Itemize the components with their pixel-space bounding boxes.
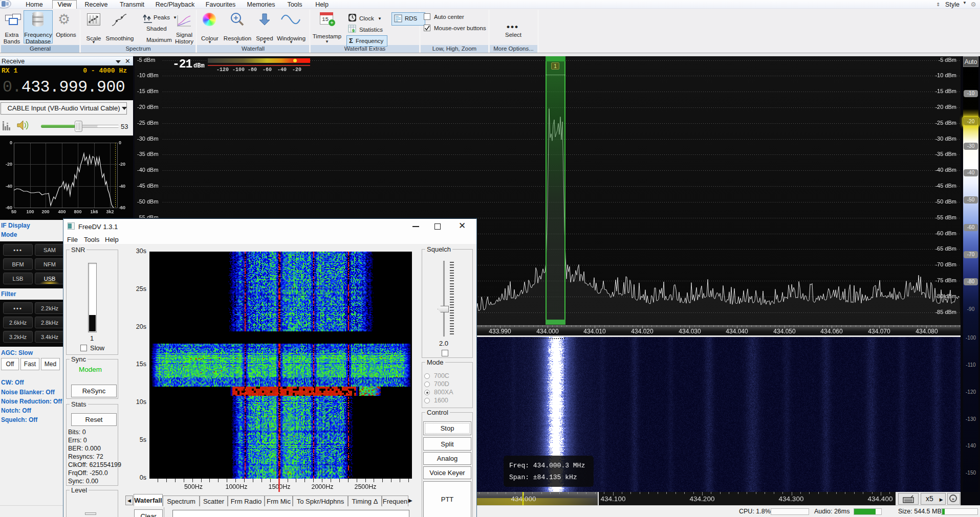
svg-text:9: 9 — [352, 28, 355, 33]
